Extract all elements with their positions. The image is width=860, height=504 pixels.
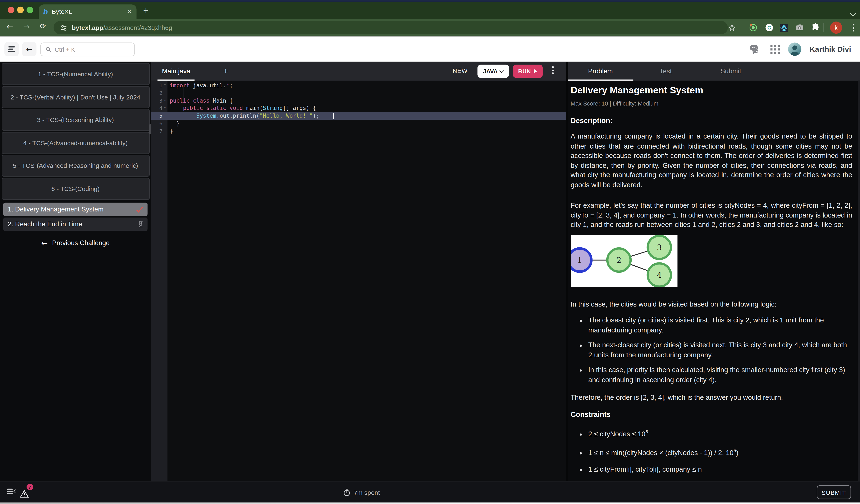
add-file-button[interactable]: ＋: [222, 65, 230, 76]
language-label: JAVA: [483, 68, 498, 75]
example-paragraph: For example, let's say that the number o…: [571, 201, 852, 230]
logic-bullet: In this case, priority is then calculate…: [587, 366, 852, 385]
browser-tab-bar: b ByteXL ✕ ＋: [0, 2, 860, 19]
logic-bullet: The closest city (or cities) is visited …: [587, 316, 852, 335]
tab-close-icon[interactable]: ✕: [127, 8, 132, 15]
constraints-heading: Constraints: [571, 410, 852, 419]
submit-button[interactable]: SUBMIT: [817, 485, 851, 499]
description-heading: Description:: [571, 117, 852, 125]
browser-forward-icon[interactable]: →: [23, 22, 30, 31]
city-graph-figure: 1234: [571, 235, 677, 287]
new-file-button[interactable]: NEW: [453, 67, 468, 74]
constraint-item: 1 ≤ cityFrom[i], cityTo[i], company ≤ n: [587, 464, 852, 474]
proctoring-warning-button[interactable]: 7: [20, 486, 32, 498]
code-line[interactable]: 2: [151, 89, 566, 97]
window-zoom-button[interactable]: [27, 7, 33, 13]
problem-meta: Max Score: 10 | Difficulty: Medium: [571, 100, 852, 107]
tab-submit[interactable]: Submit: [698, 62, 763, 81]
problem-panel: Problem Test Submit Delivery Management …: [568, 62, 860, 481]
browser-reload-icon[interactable]: ⟳: [40, 22, 46, 30]
logic-bullet: The next-closest city (or cities) is vis…: [587, 341, 852, 360]
window-close-button[interactable]: [8, 7, 14, 13]
warning-count-badge: 7: [27, 484, 33, 490]
time-spent-label: 7m spent: [354, 489, 380, 495]
chat-support-icon[interactable]: [749, 44, 762, 55]
tab-problem[interactable]: Problem: [568, 62, 633, 81]
desktop-top-strip: [0, 0, 860, 2]
language-select[interactable]: JAVA: [477, 64, 509, 78]
panel-menu-button[interactable]: [4, 42, 19, 56]
graph-node-label: 4: [657, 270, 661, 279]
svg-text:G: G: [768, 25, 771, 30]
run-button[interactable]: RUN: [513, 64, 543, 78]
extension-react-devtools-icon[interactable]: [778, 21, 790, 34]
sidebar-scrollbar[interactable]: [149, 124, 151, 134]
line-number: 2: [151, 89, 167, 97]
sidebar-section-item[interactable]: 5 - TCS-(Advanced Reasoning and numeric): [1, 154, 149, 177]
address-bar[interactable]: bytexl.app/assessment/423qxhh6g: [54, 21, 728, 34]
play-icon: [534, 69, 538, 73]
browser-tab[interactable]: b ByteXL ✕: [39, 4, 137, 19]
code-line[interactable]: 4▾ public static void main(String[] args…: [151, 104, 566, 112]
problem-body[interactable]: Delivery Management System Max Score: 10…: [568, 81, 860, 481]
bookmark-star-icon[interactable]: [726, 21, 737, 34]
panel-scrollbar[interactable]: [858, 81, 860, 481]
constraint-item: 1 ≤ n ≤ min((cityNodes × (cityNodes - 1)…: [587, 445, 852, 458]
code-line[interactable]: 6 }: [151, 120, 566, 127]
browser-profile-avatar[interactable]: k: [830, 21, 842, 34]
stopwatch-icon: [343, 488, 350, 496]
search-icon: [45, 46, 52, 53]
code-line[interactable]: 7}: [151, 127, 566, 135]
browser-menu-kebab-icon[interactable]: [847, 21, 859, 34]
editor-panel-divider[interactable]: [566, 62, 568, 481]
sidebar-section-item[interactable]: 1 - TCS-(Numerical Ability): [1, 63, 149, 85]
chevron-down-icon: [500, 68, 504, 73]
search-input[interactable]: Ctrl + K: [40, 42, 135, 56]
back-arrow-icon: ←: [26, 45, 33, 54]
user-name[interactable]: Karthik Divi: [809, 45, 851, 53]
site-settings-icon[interactable]: [60, 24, 67, 31]
logic-intro: In this case, the cities would be visite…: [571, 300, 852, 309]
text-cursor: [333, 113, 334, 119]
tab-test[interactable]: Test: [633, 62, 698, 81]
user-avatar[interactable]: [788, 42, 801, 56]
description-paragraph: A manufacturing company is located in a …: [571, 132, 852, 190]
code-area[interactable]: 1▾import java.util.*;23▾public class Mai…: [151, 81, 566, 481]
screen: b ByteXL ✕ ＋ ← → ⟳ bytexl.app/assessment…: [0, 0, 860, 504]
extensions-puzzle-icon[interactable]: [809, 21, 821, 34]
code-line[interactable]: 5 System.out.println("Hello, World! ");: [151, 112, 566, 120]
search-placeholder: Ctrl + K: [55, 46, 75, 53]
apps-grid-icon[interactable]: [770, 45, 780, 54]
problem-title: Delivery Management System: [571, 85, 852, 96]
fold-arrow-icon[interactable]: ▾: [162, 82, 168, 89]
fold-arrow-icon[interactable]: ▾: [162, 97, 168, 104]
tab-search-chevron-icon[interactable]: [851, 8, 856, 12]
graph-node-label: 1: [577, 255, 582, 264]
extension-orbit-icon[interactable]: [747, 21, 759, 34]
sidebar-section-item[interactable]: 3 - TCS-(Reasoning Ability): [1, 109, 149, 131]
challenge-item-delivery-management-system[interactable]: 1. Delivery Management System: [3, 203, 148, 216]
new-tab-button[interactable]: ＋: [141, 5, 150, 16]
file-tab-main-java[interactable]: Main.java: [155, 62, 197, 81]
collapse-panel-button[interactable]: [7, 489, 16, 494]
line-number: 5: [151, 112, 167, 120]
extension-screenshot-icon[interactable]: [794, 21, 806, 34]
editor-options-kebab-icon[interactable]: [552, 66, 554, 74]
previous-challenge-link[interactable]: ← Previous Challenge: [0, 239, 151, 248]
sidebar-section-item[interactable]: 4 - TCS-(Advanced-numerical-ability): [1, 132, 149, 154]
sidebar-section-item[interactable]: 2 - TCS-(Verbal Ability) | Don't Use | J…: [1, 86, 149, 108]
line-number: 1▾: [151, 82, 167, 89]
app-back-button[interactable]: ←: [22, 42, 37, 56]
sidebar-section-item[interactable]: 6 - TCS-(Coding): [1, 178, 149, 200]
challenge-item-reach-the-end-in-time[interactable]: 2. Reach the End in Time: [3, 218, 148, 231]
browser-back-icon[interactable]: ←: [7, 22, 13, 31]
status-bar: 7 7m spent SUBMIT: [0, 481, 860, 503]
fold-arrow-icon[interactable]: ▾: [162, 104, 168, 112]
pending-hourglass-icon: [138, 221, 143, 227]
previous-challenge-label: Previous Challenge: [52, 239, 110, 247]
code-line[interactable]: 3▾public class Main {: [151, 97, 566, 104]
extension-grammarly-icon[interactable]: G: [763, 21, 775, 34]
code-line[interactable]: 1▾import java.util.*;: [151, 82, 566, 89]
time-spent-indicator: 7m spent: [343, 481, 380, 503]
window-minimize-button[interactable]: [17, 7, 24, 13]
